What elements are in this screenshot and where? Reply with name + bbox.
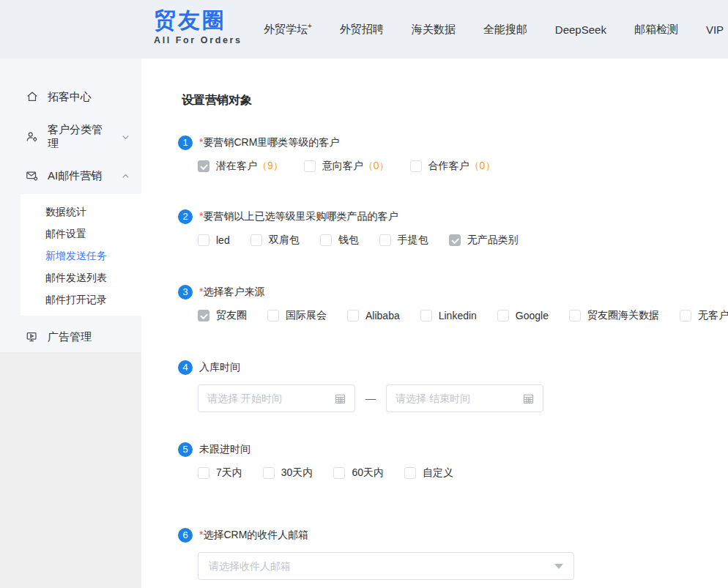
checkbox-source-maoyouquan[interactable]: 贸友圈 <box>198 309 247 322</box>
step-recipient-email: 6 *选择CRM的收件人邮箱 <box>178 528 574 580</box>
step-number-badge: 3 <box>178 285 193 299</box>
checkbox-no-product-category[interactable]: 无产品类别 <box>449 234 519 247</box>
checkbox-source-linkedin[interactable]: Linkedin <box>420 310 477 321</box>
checkbox-partner-customers[interactable]: 合作客户 （0） <box>410 160 496 173</box>
nav-item-trade-jobs[interactable]: 外贸招聘 <box>340 23 384 37</box>
checkbox-box[interactable] <box>198 467 209 479</box>
top-nav: 外贸学坛+ 外贸招聘 海关数据 全能搜邮 DeepSeek 邮箱检测 VIP <box>264 0 724 59</box>
checkbox-box[interactable] <box>569 310 581 321</box>
checkbox-product-wallet[interactable]: 钱包 <box>320 234 359 247</box>
checkbox-source-customs-data[interactable]: 贸友圈海关数据 <box>569 309 659 322</box>
step-label: *要营销CRM里哪类等级的客户 <box>199 136 339 149</box>
top-header: 贸友圈 All For Orders 外贸学坛+ 外贸招聘 海关数据 全能搜邮 … <box>0 0 728 59</box>
user-gear-icon <box>26 130 39 144</box>
step-label: 未跟进时间 <box>199 443 250 456</box>
checkbox-potential-customers[interactable]: 潜在客户 （9） <box>198 160 283 173</box>
checkbox-within-60-days[interactable]: 60天内 <box>333 466 384 480</box>
checkbox-box[interactable] <box>250 234 262 246</box>
logo-subtitle: All For Orders <box>154 35 242 45</box>
step-product-category: 2 *要营销以上已选等级里采购哪类产品的客户 led 双肩包 钱包 <box>178 209 539 247</box>
submenu-item-data-statistics[interactable]: 数据统计 <box>21 201 141 223</box>
step-number-badge: 4 <box>178 360 193 375</box>
checkbox-box[interactable] <box>347 310 359 321</box>
checkbox-source-google[interactable]: Google <box>497 310 549 321</box>
logo[interactable]: 贸友圈 All For Orders <box>154 8 242 45</box>
step-label: 入库时间 <box>199 361 240 374</box>
checkbox-box[interactable] <box>320 234 332 246</box>
recipient-email-select[interactable] <box>198 552 574 580</box>
mail-gear-icon <box>26 169 39 182</box>
step-number-badge: 6 <box>178 528 193 543</box>
sidebar-item-customer-category-mgmt[interactable]: 客户分类管理 <box>26 128 130 146</box>
checkbox-box[interactable] <box>449 234 461 246</box>
end-date-input[interactable] <box>386 384 543 412</box>
start-date-input[interactable] <box>198 384 355 412</box>
submenu-item-email-send-list[interactable]: 邮件发送列表 <box>21 267 141 289</box>
checkbox-source-intl-exhibition[interactable]: 国际展会 <box>267 309 327 322</box>
sidebar-item-label: 客户分类管理 <box>48 123 113 151</box>
home-icon <box>26 90 39 103</box>
date-range-separator: — <box>365 392 376 404</box>
start-date-field[interactable] <box>207 392 329 404</box>
calendar-icon <box>523 393 534 404</box>
step-customer-grade: 1 *要营销CRM里哪类等级的客户 潜在客户 （9） 意向客户 （0） 合作客户 <box>178 135 516 173</box>
end-date-field[interactable] <box>395 392 517 404</box>
checkbox-product-led[interactable]: led <box>198 234 230 246</box>
chevron-down-icon <box>554 564 563 569</box>
checkbox-within-30-days[interactable]: 30天内 <box>263 466 313 480</box>
nav-item-email-check[interactable]: 邮箱检测 <box>634 23 678 37</box>
step-label: *选择CRM的收件人邮箱 <box>199 529 308 542</box>
checkbox-box[interactable] <box>198 310 209 321</box>
recipient-email-field[interactable] <box>209 560 554 572</box>
sidebar-item-prospecting-center[interactable]: 拓客中心 <box>26 88 130 105</box>
step-label: *选择客户来源 <box>199 286 264 299</box>
checkbox-within-7-days[interactable]: 7天内 <box>198 466 242 480</box>
nav-item-email-search[interactable]: 全能搜邮 <box>483 23 527 37</box>
checkbox-box[interactable] <box>420 310 432 321</box>
checkbox-box[interactable] <box>379 234 391 246</box>
checkbox-box[interactable] <box>198 160 209 172</box>
plus-sup: + <box>308 22 312 30</box>
checkbox-box[interactable] <box>198 234 209 246</box>
checkbox-intent-customers[interactable]: 意向客户 （0） <box>304 160 390 173</box>
logo-title: 贸友圈 <box>154 8 242 33</box>
sidebar: 拓客中心 客户分类管理 AI邮件营销 <box>0 59 141 588</box>
chevron-up-icon <box>122 172 130 180</box>
nav-item-trade-forum[interactable]: 外贸学坛+ <box>264 22 312 37</box>
checkbox-box[interactable] <box>497 310 509 321</box>
checkbox-box[interactable] <box>263 467 275 479</box>
nav-item-customs-data[interactable]: 海关数据 <box>412 23 456 37</box>
sidebar-menu-panel: 拓客中心 客户分类管理 AI邮件营销 <box>0 59 141 352</box>
checkbox-box[interactable] <box>404 467 416 479</box>
checkbox-box[interactable] <box>333 467 345 479</box>
step-label: *要营销以上已选等级里采购哪类产品的客户 <box>199 210 398 223</box>
checkbox-product-backpack[interactable]: 双肩包 <box>250 234 300 247</box>
submenu-item-email-settings[interactable]: 邮件设置 <box>21 223 141 245</box>
checkbox-box[interactable] <box>680 310 691 321</box>
checkbox-box[interactable] <box>304 160 316 172</box>
submenu-item-new-send-task[interactable]: 新增发送任务 <box>21 245 141 267</box>
sidebar-item-label: 拓客中心 <box>48 90 92 104</box>
checkbox-box[interactable] <box>267 310 279 321</box>
step-no-followup-time: 5 未跟进时间 7天内 30天内 60天内 自定义 <box>178 442 474 480</box>
sidebar-item-label: AI邮件营销 <box>48 169 102 183</box>
checkbox-custom-range[interactable]: 自定义 <box>404 466 453 480</box>
sidebar-item-ai-email-marketing[interactable]: AI邮件营销 <box>26 167 130 185</box>
page-title: 设置营销对象 <box>182 93 252 108</box>
sidebar-item-label: 广告管理 <box>48 330 92 344</box>
step-number-badge: 5 <box>178 442 193 457</box>
checkbox-source-alibaba[interactable]: Alibaba <box>347 310 400 321</box>
chevron-down-icon <box>122 133 130 141</box>
nav-item-deepseek[interactable]: DeepSeek <box>555 23 606 36</box>
sidebar-item-ad-management[interactable]: 广告管理 <box>26 328 130 346</box>
submenu-item-email-open-log[interactable]: 邮件打开记录 <box>21 289 141 310</box>
nav-item-vip[interactable]: VIP <box>706 23 724 36</box>
ad-screen-icon <box>26 330 39 343</box>
checkbox-box[interactable] <box>410 160 422 172</box>
step-number-badge: 1 <box>178 135 193 150</box>
step-inbound-time: 4 入库时间 — <box>178 360 543 412</box>
customer-count: （9） <box>257 160 283 173</box>
checkbox-product-handbag[interactable]: 手提包 <box>379 234 428 247</box>
checkbox-source-none[interactable]: 无客户来源 <box>680 309 728 322</box>
customer-count: （0） <box>363 160 390 173</box>
